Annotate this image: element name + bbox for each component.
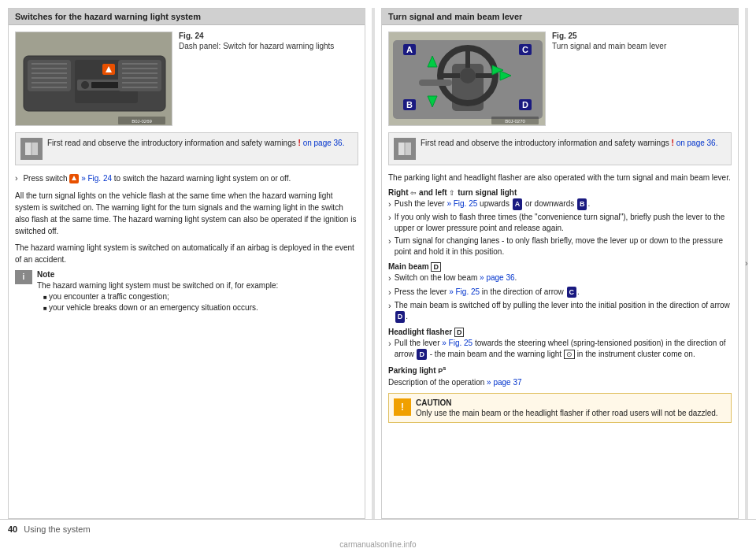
turn-item1: › Push the lever » Fig. 25 upwards A or …: [388, 198, 732, 210]
turn-item2: › If you only wish to flash three times …: [388, 212, 732, 234]
book-warning-icon-left: [20, 138, 43, 160]
svg-rect-27: [32, 143, 38, 155]
left-note-intro: The hazard warning light system must be …: [37, 280, 278, 291]
main-content: Switches for the hazard warning light sy…: [0, 0, 756, 519]
right-warning-text: First read and observe the introductory …: [421, 138, 717, 160]
headlight-item1: › Pull the lever » Fig. 25 towards the s…: [388, 338, 732, 361]
svg-rect-55: [405, 143, 411, 155]
svg-point-13: [81, 81, 89, 89]
svg-rect-16: [118, 60, 161, 91]
main-item2: › Press the lever » Fig. 25 in the direc…: [388, 287, 732, 298]
right-fig-caption: Fig. 25 Turn signal and main beam lever: [552, 31, 732, 126]
left-fig-number: Fig. 24: [179, 31, 358, 40]
left-panel: Switches for the hazard warning light sy…: [8, 8, 365, 519]
right-fig-number: Fig. 25: [552, 31, 732, 40]
hazard-switch-icon: [69, 174, 79, 183]
caution-content: CAUTION Only use the main beam or the he…: [416, 398, 718, 417]
svg-rect-26: [25, 143, 32, 155]
svg-rect-38: [419, 80, 452, 86]
right-margin: ›: [745, 8, 748, 519]
parking-light-title: Parking light Ps: [388, 365, 732, 375]
panel-divider: [372, 8, 375, 519]
main-item3: › The main beam is switched off by pulli…: [388, 300, 732, 323]
svg-text:B0J-0269: B0J-0269: [132, 119, 152, 124]
right-warning-link[interactable]: on page 36.: [676, 139, 718, 147]
book-icon-left: [22, 139, 41, 158]
book-warning-icon-right: [394, 138, 416, 160]
headlight-fig25-link[interactable]: » Fig. 25: [442, 339, 472, 347]
caution-box: ! CAUTION Only use the main beam or the …: [388, 393, 732, 423]
right-fig-caption-text: Turn signal and main beam lever: [552, 42, 666, 50]
left-figure-section: B0J-0269 Fig. 24 Dash panel: Switch for …: [15, 31, 358, 126]
caution-icon: !: [394, 398, 411, 416]
left-note-bullet2: your vehicle breaks down or an emergency…: [43, 302, 278, 313]
left-warning-link[interactable]: on page 36.: [303, 139, 345, 147]
caution-label: CAUTION: [416, 398, 718, 407]
turn-item3: › Turn signal for changing lanes - to on…: [388, 235, 732, 257]
footer-text: Using the system: [24, 524, 90, 534]
page-container: Switches for the hazard warning light sy…: [0, 0, 756, 552]
dash-panel-image: B0J-0269: [15, 31, 172, 126]
svg-rect-54: [398, 143, 405, 155]
book-icon-right: [395, 139, 414, 158]
page-footer: 40 Using the system: [0, 519, 756, 539]
main-item1: › Switch on the low beam » page 36.: [388, 272, 732, 284]
right-arrow: ›: [745, 259, 747, 268]
svg-text:A: A: [406, 45, 413, 54]
parking-text: Description of the operation » page 37: [388, 376, 732, 388]
right-warning-main: First read and observe the introductory …: [421, 139, 672, 147]
watermark: carmanualsonline.info: [0, 539, 756, 552]
headlight-title: Headlight flasher D: [388, 328, 732, 336]
left-warning-box: First read and observe the introductory …: [15, 132, 358, 165]
left-body3: The hazard warning light system is switc…: [15, 242, 358, 265]
right-warning-box: First read and observe the introductory …: [388, 132, 732, 165]
right-panel-body: A B C D: [382, 25, 738, 518]
left-body1: › Press switch » Fig. 24 to switch the h…: [15, 172, 358, 185]
left-warning-text: First read and observe the introductory …: [47, 138, 344, 160]
left-note-bullet1: you encounter a traffic congestion;: [43, 291, 278, 302]
left-note-label: Note: [37, 270, 278, 279]
svg-text:B: B: [406, 100, 413, 109]
left-panel-body: B0J-0269 Fig. 24 Dash panel: Switch for …: [9, 25, 365, 518]
svg-text:D: D: [522, 100, 528, 109]
left-fig24-link[interactable]: » Fig. 24: [81, 174, 112, 183]
main-page36-link[interactable]: » page 36: [480, 273, 515, 282]
caution-text: Only use the main beam or the headlight …: [416, 409, 718, 417]
svg-text:B0J-0270: B0J-0270: [505, 119, 525, 124]
right-warning-excl: !: [672, 139, 674, 147]
svg-point-34: [460, 68, 476, 83]
svg-rect-2: [28, 60, 71, 91]
right-panel-header: Turn signal and main beam lever: [382, 9, 738, 25]
note-icon-left: i: [15, 270, 32, 284]
parking-page37-link[interactable]: » page 37: [487, 378, 522, 387]
left-warning-excl: !: [298, 139, 301, 147]
left-panel-header: Switches for the hazard warning light sy…: [9, 9, 365, 25]
right-figure-section: A B C D: [388, 31, 732, 126]
left-fig-caption: Fig. 24 Dash panel: Switch for hazard wa…: [179, 31, 358, 126]
right-panel: Turn signal and main beam lever: [381, 8, 739, 519]
dash-image-svg: B0J-0269: [16, 32, 172, 126]
turn-signal-image: A B C D: [388, 31, 546, 126]
turn-fig25-link1[interactable]: » Fig. 25: [447, 199, 477, 208]
main-beam-title: Main beam D: [388, 262, 732, 271]
main-fig25-link2[interactable]: » Fig. 25: [449, 287, 480, 296]
page-number: 40: [8, 524, 17, 534]
left-note-content: Note The hazard warning light system mus…: [37, 270, 278, 313]
left-fig-caption-text: Dash panel: Switch for hazard warning li…: [179, 42, 334, 50]
svg-marker-29: [72, 176, 76, 180]
right-body1: The parking light and headlight flasher …: [388, 172, 732, 183]
turn-signal-svg: A B C D: [389, 32, 546, 126]
left-body2: All the turn signal lights on the vehicl…: [15, 190, 358, 237]
left-warning-main: First read and observe the introductory …: [47, 139, 298, 147]
left-note-box: i Note The hazard warning light system m…: [15, 270, 358, 313]
turn-section-title: Right ⇦ and left ⇧ turn signal light: [388, 188, 732, 197]
svg-text:C: C: [522, 45, 528, 54]
